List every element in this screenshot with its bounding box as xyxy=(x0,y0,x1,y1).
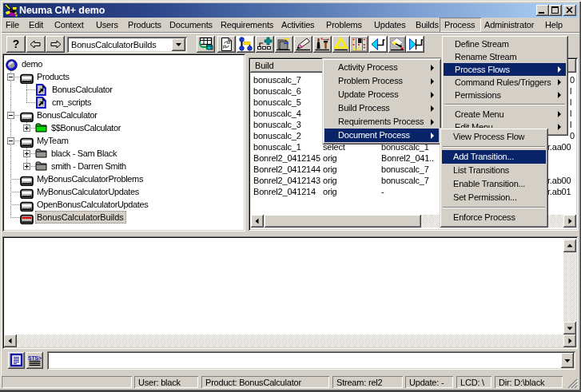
svg-text:STS>: STS> xyxy=(28,354,42,362)
